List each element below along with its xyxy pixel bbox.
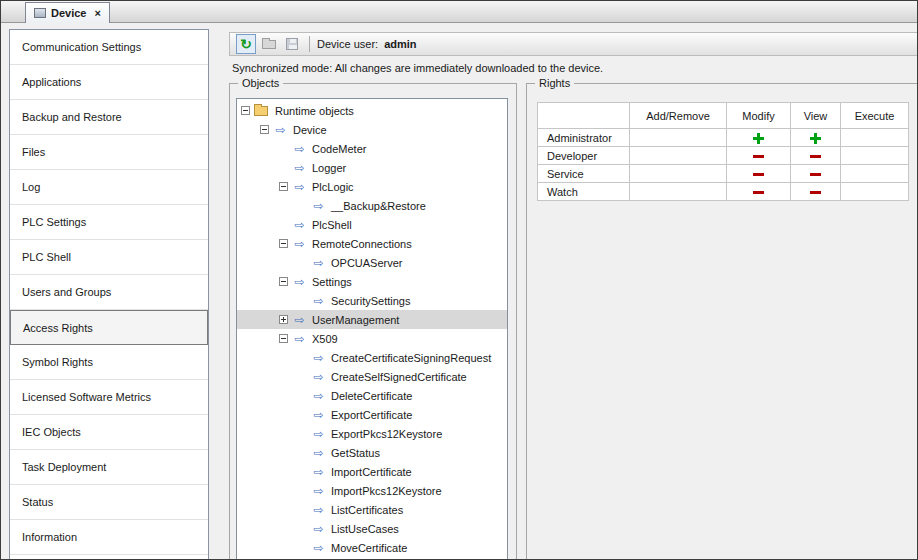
sidebar-item-plc-shell[interactable]: PLC Shell bbox=[10, 240, 208, 275]
tree-node-runtime-objects[interactable]: Runtime objects bbox=[237, 101, 507, 120]
rights-cell-watch-modify[interactable] bbox=[727, 183, 791, 201]
rights-cell-service-view[interactable] bbox=[791, 165, 841, 183]
tree-node-usermanagement[interactable]: ⇨UserManagement bbox=[237, 310, 507, 329]
object-arrow-icon: ⇨ bbox=[292, 219, 307, 231]
sidebar-item-symbol-rights[interactable]: Symbol Rights bbox=[10, 345, 208, 380]
device-nav-sidebar: Communication SettingsApplicationsBackup… bbox=[9, 29, 209, 560]
collapse-icon[interactable] bbox=[279, 334, 288, 343]
collapse-icon[interactable] bbox=[279, 277, 288, 286]
objects-tree[interactable]: Runtime objects⇨Device⇨CodeMeter⇨Logger⇨… bbox=[236, 98, 508, 560]
sidebar-item-label: Communication Settings bbox=[22, 41, 141, 53]
rights-cell-administrator-modify[interactable] bbox=[727, 129, 791, 147]
sidebar-item-label: Licensed Software Metrics bbox=[22, 391, 151, 403]
sidebar-item-backup-and-restore[interactable]: Backup and Restore bbox=[10, 100, 208, 135]
rights-cell-developer-modify[interactable] bbox=[727, 147, 791, 165]
sidebar-item-log[interactable]: Log bbox=[10, 170, 208, 205]
tab-device[interactable]: Device × bbox=[25, 2, 110, 23]
object-arrow-icon: ⇨ bbox=[311, 390, 326, 402]
object-arrow-icon: ⇨ bbox=[292, 181, 307, 193]
collapse-icon[interactable] bbox=[279, 239, 288, 248]
tree-node-createselfsignedcertificate[interactable]: ⇨CreateSelfSignedCertificate bbox=[237, 367, 507, 386]
sidebar-item-files[interactable]: Files bbox=[10, 135, 208, 170]
tree-node-importpkcs12keystore[interactable]: ⇨ImportPkcs12Keystore bbox=[237, 481, 507, 500]
tree-node-backup-restore[interactable]: ⇨__Backup&Restore bbox=[237, 196, 507, 215]
denied-icon bbox=[753, 191, 764, 194]
tree-node-settings[interactable]: ⇨Settings bbox=[237, 272, 507, 291]
rights-cell-service-add-remove[interactable] bbox=[630, 165, 727, 183]
object-arrow-icon: ⇨ bbox=[311, 542, 326, 554]
rights-cell-developer-add-remove[interactable] bbox=[630, 147, 727, 165]
tree-node-createcertificatesigningrequest[interactable]: ⇨CreateCertificateSigningRequest bbox=[237, 348, 507, 367]
denied-icon bbox=[810, 155, 821, 158]
tree-node-listcertificates[interactable]: ⇨ListCertificates bbox=[237, 500, 507, 519]
sidebar-item-users-and-groups[interactable]: Users and Groups bbox=[10, 275, 208, 310]
object-arrow-icon: ⇨ bbox=[292, 238, 307, 250]
tree-node-label: ExportPkcs12Keystore bbox=[328, 428, 445, 440]
sidebar-item-information[interactable]: Information bbox=[10, 520, 208, 555]
granted-icon bbox=[810, 133, 821, 144]
tree-node-exportpkcs12keystore[interactable]: ⇨ExportPkcs12Keystore bbox=[237, 424, 507, 443]
sidebar-item-communication-settings[interactable]: Communication Settings bbox=[10, 30, 208, 65]
sidebar-item-label: Files bbox=[22, 146, 45, 158]
object-arrow-icon: ⇨ bbox=[311, 352, 326, 364]
denied-icon bbox=[810, 191, 821, 194]
tree-node-importcertificate[interactable]: ⇨ImportCertificate bbox=[237, 462, 507, 481]
rights-row-label: Service bbox=[538, 165, 630, 183]
rights-cell-service-execute[interactable] bbox=[841, 165, 909, 183]
collapse-icon[interactable] bbox=[260, 125, 269, 134]
collapse-icon[interactable] bbox=[241, 106, 250, 115]
device-user-label: Device user: bbox=[317, 38, 378, 50]
tree-node-device[interactable]: ⇨Device bbox=[237, 120, 507, 139]
tree-node-plcshell[interactable]: ⇨PlcShell bbox=[237, 215, 507, 234]
tree-node-label: Runtime objects bbox=[272, 105, 357, 117]
rights-cell-administrator-execute[interactable] bbox=[841, 129, 909, 147]
rights-cell-service-modify[interactable] bbox=[727, 165, 791, 183]
sidebar-item-access-rights[interactable]: Access Rights bbox=[10, 310, 208, 345]
tree-node-logger[interactable]: ⇨Logger bbox=[237, 158, 507, 177]
sidebar-item-label: Status bbox=[22, 496, 53, 508]
tree-node-deletecertificate[interactable]: ⇨DeleteCertificate bbox=[237, 386, 507, 405]
tree-node-codemeter[interactable]: ⇨CodeMeter bbox=[237, 139, 507, 158]
tree-node-label: ExportCertificate bbox=[328, 409, 415, 421]
tree-node-movecertificate[interactable]: ⇨MoveCertificate bbox=[237, 538, 507, 557]
tree-node-exportcertificate[interactable]: ⇨ExportCertificate bbox=[237, 405, 507, 424]
sidebar-item-plc-settings[interactable]: PLC Settings bbox=[10, 205, 208, 240]
sidebar-item-iec-objects[interactable]: IEC Objects bbox=[10, 415, 208, 450]
rights-cell-administrator-add-remove[interactable] bbox=[630, 129, 727, 147]
rights-cell-administrator-view[interactable] bbox=[791, 129, 841, 147]
tree-node-listusecases[interactable]: ⇨ListUseCases bbox=[237, 519, 507, 538]
rights-cell-developer-execute[interactable] bbox=[841, 147, 909, 165]
collapse-icon[interactable] bbox=[279, 182, 288, 191]
sidebar-item-label: PLC Shell bbox=[22, 251, 71, 263]
rights-groupbox: Rights Add/RemoveModifyViewExecuteAdmini… bbox=[526, 83, 918, 560]
sidebar-item-task-deployment[interactable]: Task Deployment bbox=[10, 450, 208, 485]
tree-node-label: SecuritySettings bbox=[328, 295, 413, 307]
rights-cell-watch-execute[interactable] bbox=[841, 183, 909, 201]
tree-node-getstatus[interactable]: ⇨GetStatus bbox=[237, 443, 507, 462]
rights-cell-watch-add-remove[interactable] bbox=[630, 183, 727, 201]
sidebar-item-licensed-software-metrics[interactable]: Licensed Software Metrics bbox=[10, 380, 208, 415]
rights-row-administrator: Administrator bbox=[538, 129, 909, 147]
object-arrow-icon: ⇨ bbox=[311, 295, 326, 307]
tree-node-opcuaserver[interactable]: ⇨OPCUAServer bbox=[237, 253, 507, 272]
tree-node-x509[interactable]: ⇨X509 bbox=[237, 329, 507, 348]
tree-node-remoteconnections[interactable]: ⇨RemoteConnections bbox=[237, 234, 507, 253]
tree-node-securitysettings[interactable]: ⇨SecuritySettings bbox=[237, 291, 507, 310]
objects-groupbox-title: Objects bbox=[238, 77, 283, 89]
tree-node-label: PlcLogic bbox=[309, 181, 357, 193]
sidebar-item-applications[interactable]: Applications bbox=[10, 65, 208, 100]
expand-icon[interactable] bbox=[279, 315, 288, 324]
refresh-button[interactable]: ↻ bbox=[236, 34, 256, 54]
granted-icon bbox=[753, 133, 764, 144]
close-icon[interactable]: × bbox=[94, 7, 100, 19]
rights-cell-developer-view[interactable] bbox=[791, 147, 841, 165]
tree-node-label: PlcShell bbox=[309, 219, 355, 231]
tree-node-label: X509 bbox=[309, 333, 341, 345]
object-arrow-icon: ⇨ bbox=[311, 200, 326, 212]
rights-col-modify: Modify bbox=[727, 103, 791, 129]
tree-node-plclogic[interactable]: ⇨PlcLogic bbox=[237, 177, 507, 196]
sidebar-item-status[interactable]: Status bbox=[10, 485, 208, 520]
rights-cell-watch-view[interactable] bbox=[791, 183, 841, 201]
tree-node-label: CreateCertificateSigningRequest bbox=[328, 352, 494, 364]
tree-node-label: UserManagement bbox=[309, 314, 402, 326]
